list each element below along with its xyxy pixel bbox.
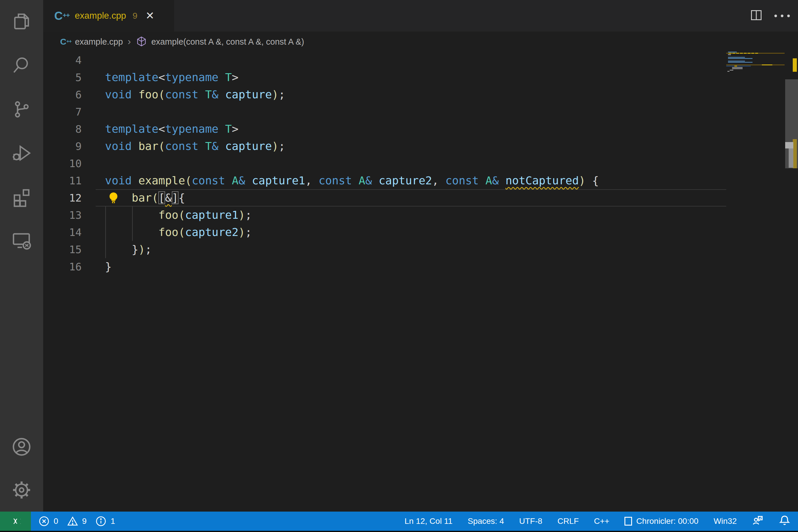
- accounts-icon[interactable]: [0, 425, 43, 469]
- overview-ruler-marker: [785, 142, 793, 149]
- chronicler-icon: [625, 517, 632, 526]
- run-debug-icon[interactable]: [0, 131, 43, 175]
- status-bar: 0 9 1 Ln 12, Col 11 Spaces: 4 UTF-8 CRLF…: [0, 512, 798, 531]
- notifications-bell-icon[interactable]: [779, 514, 791, 528]
- explorer-icon[interactable]: [0, 0, 43, 44]
- code-line[interactable]: 11void example(const A& capture1, const …: [43, 172, 726, 189]
- cpp-file-icon: C++: [54, 10, 70, 22]
- code-line[interactable]: 5template<typename T>: [43, 69, 726, 86]
- tab-example-cpp[interactable]: C++ example.cpp 9 ✕: [43, 0, 174, 32]
- code-line[interactable]: 12 bar([&]{: [43, 189, 726, 207]
- code-line[interactable]: 9void bar(const T& capture);: [43, 138, 726, 155]
- feedback-icon[interactable]: [752, 514, 764, 528]
- line-number[interactable]: 15: [43, 241, 82, 258]
- tab-label: example.cpp: [75, 11, 126, 21]
- code-line[interactable]: 6void foo(const T& capture);: [43, 86, 726, 103]
- chronicler-status[interactable]: Chronicler: 00:00: [625, 516, 698, 526]
- breadcrumb-symbol[interactable]: example(const A &, const A &, const A &): [151, 37, 304, 47]
- line-content: });: [105, 241, 152, 258]
- code-line[interactable]: 8template<typename T>: [43, 120, 726, 138]
- tab-bar: C++ example.cpp 9 ✕: [43, 0, 798, 32]
- warning-icon: [67, 516, 78, 527]
- language-mode[interactable]: C++: [594, 516, 609, 526]
- cpp-file-icon: C++: [60, 37, 72, 47]
- editor-actions: [749, 0, 790, 32]
- line-content: void foo(const T& capture);: [105, 86, 285, 103]
- line-number[interactable]: 4: [43, 52, 82, 69]
- extensions-icon[interactable]: [0, 175, 43, 219]
- info-icon: [95, 516, 107, 527]
- line-content: template<typename T>: [105, 69, 239, 86]
- line-number[interactable]: 7: [43, 103, 82, 120]
- end-of-line[interactable]: CRLF: [557, 516, 579, 526]
- warning-count: 9: [82, 516, 87, 526]
- remote-indicator[interactable]: [0, 512, 31, 531]
- code-line[interactable]: 7: [43, 103, 726, 120]
- breadcrumb: C++ example.cpp › example(const A &, con…: [43, 32, 798, 52]
- source-control-icon[interactable]: [0, 88, 43, 131]
- tab-close-icon[interactable]: ✕: [146, 11, 154, 21]
- overview-ruler-marker: [788, 149, 793, 168]
- more-actions-icon[interactable]: [774, 15, 790, 17]
- breadcrumb-file[interactable]: example.cpp: [75, 37, 123, 47]
- cursor-position[interactable]: Ln 12, Col 11: [404, 516, 453, 526]
- settings-gear-icon[interactable]: [0, 468, 43, 512]
- activity-bar: [0, 0, 43, 512]
- line-content: foo(capture1);: [105, 207, 252, 224]
- line-number[interactable]: 12: [43, 189, 82, 207]
- line-number[interactable]: 10: [43, 155, 82, 172]
- info-count: 1: [111, 516, 115, 526]
- platform[interactable]: Win32: [714, 516, 737, 526]
- remote-icon: [10, 516, 21, 527]
- line-number[interactable]: 8: [43, 120, 82, 138]
- split-editor-icon[interactable]: [749, 9, 763, 23]
- code-editor[interactable]: 45template<typename T>6void foo(const T&…: [43, 52, 798, 512]
- line-content: void example(const A& capture1, const A&…: [105, 172, 599, 189]
- chevron-right-icon: ›: [128, 36, 131, 47]
- remote-explorer-icon[interactable]: [0, 219, 43, 263]
- error-icon: [38, 516, 50, 527]
- lightbulb-icon[interactable]: [107, 191, 120, 205]
- code-line[interactable]: 4: [43, 52, 726, 69]
- line-number[interactable]: 14: [43, 224, 82, 241]
- line-number[interactable]: 16: [43, 258, 82, 276]
- line-content: foo(capture2);: [105, 224, 252, 241]
- code-line[interactable]: 14 foo(capture2);: [43, 224, 726, 241]
- line-number[interactable]: 13: [43, 207, 82, 224]
- line-content: }: [105, 258, 112, 276]
- code-line[interactable]: 10: [43, 155, 726, 172]
- window-bottom-edge: [0, 531, 798, 532]
- line-content: void bar(const T& capture);: [105, 138, 285, 155]
- line-number[interactable]: 5: [43, 69, 82, 86]
- minimap[interactable]: [726, 52, 784, 90]
- code-line[interactable]: 15 });: [43, 241, 726, 258]
- scrollbar[interactable]: [785, 52, 798, 512]
- code-line[interactable]: 13 foo(capture1);: [43, 207, 726, 224]
- indentation[interactable]: Spaces: 4: [468, 516, 504, 526]
- line-number[interactable]: 6: [43, 86, 82, 103]
- search-icon[interactable]: [0, 44, 43, 88]
- code-lines: 45template<typename T>6void foo(const T&…: [43, 52, 726, 276]
- overview-ruler-marker: [793, 58, 797, 72]
- code-line[interactable]: 16}: [43, 258, 726, 276]
- error-count: 0: [54, 516, 58, 526]
- problems-status[interactable]: 0 9 1: [38, 516, 120, 527]
- line-content: template<typename T>: [105, 120, 239, 138]
- overview-ruler-marker: [793, 139, 797, 168]
- encoding[interactable]: UTF-8: [519, 516, 542, 526]
- status-right: Ln 12, Col 11 Spaces: 4 UTF-8 CRLF C++ C…: [404, 514, 798, 528]
- line-number[interactable]: 9: [43, 138, 82, 155]
- tab-problems-badge: 9: [132, 11, 137, 21]
- line-number[interactable]: 11: [43, 172, 82, 189]
- symbol-cube-icon: [136, 34, 151, 49]
